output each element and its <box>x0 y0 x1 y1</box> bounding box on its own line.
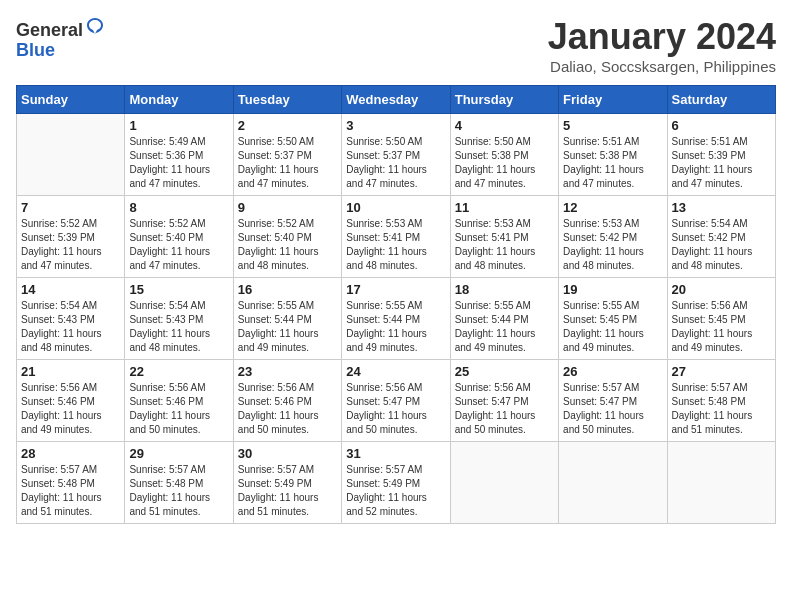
day-number: 14 <box>21 282 120 297</box>
calendar-cell: 23Sunrise: 5:56 AM Sunset: 5:46 PM Dayli… <box>233 360 341 442</box>
day-number: 12 <box>563 200 662 215</box>
day-info: Sunrise: 5:56 AM Sunset: 5:45 PM Dayligh… <box>672 299 771 355</box>
day-number: 11 <box>455 200 554 215</box>
calendar-cell: 13Sunrise: 5:54 AM Sunset: 5:42 PM Dayli… <box>667 196 775 278</box>
day-info: Sunrise: 5:57 AM Sunset: 5:49 PM Dayligh… <box>238 463 337 519</box>
day-info: Sunrise: 5:54 AM Sunset: 5:43 PM Dayligh… <box>21 299 120 355</box>
day-number: 10 <box>346 200 445 215</box>
day-info: Sunrise: 5:57 AM Sunset: 5:48 PM Dayligh… <box>21 463 120 519</box>
calendar-cell: 5Sunrise: 5:51 AM Sunset: 5:38 PM Daylig… <box>559 114 667 196</box>
calendar-week-row: 14Sunrise: 5:54 AM Sunset: 5:43 PM Dayli… <box>17 278 776 360</box>
day-info: Sunrise: 5:56 AM Sunset: 5:47 PM Dayligh… <box>346 381 445 437</box>
month-title: January 2024 <box>548 16 776 58</box>
calendar-cell: 24Sunrise: 5:56 AM Sunset: 5:47 PM Dayli… <box>342 360 450 442</box>
calendar-cell: 26Sunrise: 5:57 AM Sunset: 5:47 PM Dayli… <box>559 360 667 442</box>
day-number: 30 <box>238 446 337 461</box>
day-header-wednesday: Wednesday <box>342 86 450 114</box>
calendar-cell <box>17 114 125 196</box>
day-info: Sunrise: 5:53 AM Sunset: 5:41 PM Dayligh… <box>455 217 554 273</box>
day-info: Sunrise: 5:57 AM Sunset: 5:48 PM Dayligh… <box>129 463 228 519</box>
calendar-cell: 29Sunrise: 5:57 AM Sunset: 5:48 PM Dayli… <box>125 442 233 524</box>
calendar-cell: 17Sunrise: 5:55 AM Sunset: 5:44 PM Dayli… <box>342 278 450 360</box>
day-info: Sunrise: 5:56 AM Sunset: 5:46 PM Dayligh… <box>129 381 228 437</box>
calendar-cell <box>667 442 775 524</box>
calendar-week-row: 28Sunrise: 5:57 AM Sunset: 5:48 PM Dayli… <box>17 442 776 524</box>
page-header: General Blue January 2024 Daliao, Soccsk… <box>16 16 776 75</box>
day-info: Sunrise: 5:52 AM Sunset: 5:40 PM Dayligh… <box>238 217 337 273</box>
day-info: Sunrise: 5:51 AM Sunset: 5:39 PM Dayligh… <box>672 135 771 191</box>
calendar-table: SundayMondayTuesdayWednesdayThursdayFrid… <box>16 85 776 524</box>
day-info: Sunrise: 5:52 AM Sunset: 5:40 PM Dayligh… <box>129 217 228 273</box>
calendar-cell: 1Sunrise: 5:49 AM Sunset: 5:36 PM Daylig… <box>125 114 233 196</box>
day-info: Sunrise: 5:54 AM Sunset: 5:43 PM Dayligh… <box>129 299 228 355</box>
day-info: Sunrise: 5:50 AM Sunset: 5:38 PM Dayligh… <box>455 135 554 191</box>
day-number: 29 <box>129 446 228 461</box>
day-number: 27 <box>672 364 771 379</box>
day-number: 23 <box>238 364 337 379</box>
day-info: Sunrise: 5:55 AM Sunset: 5:45 PM Dayligh… <box>563 299 662 355</box>
calendar-cell: 8Sunrise: 5:52 AM Sunset: 5:40 PM Daylig… <box>125 196 233 278</box>
day-number: 19 <box>563 282 662 297</box>
calendar-cell: 11Sunrise: 5:53 AM Sunset: 5:41 PM Dayli… <box>450 196 558 278</box>
calendar-cell: 4Sunrise: 5:50 AM Sunset: 5:38 PM Daylig… <box>450 114 558 196</box>
day-number: 4 <box>455 118 554 133</box>
day-info: Sunrise: 5:50 AM Sunset: 5:37 PM Dayligh… <box>238 135 337 191</box>
day-number: 8 <box>129 200 228 215</box>
calendar-cell: 18Sunrise: 5:55 AM Sunset: 5:44 PM Dayli… <box>450 278 558 360</box>
day-number: 1 <box>129 118 228 133</box>
day-info: Sunrise: 5:56 AM Sunset: 5:46 PM Dayligh… <box>21 381 120 437</box>
calendar-cell: 14Sunrise: 5:54 AM Sunset: 5:43 PM Dayli… <box>17 278 125 360</box>
location-subtitle: Daliao, Soccsksargen, Philippines <box>548 58 776 75</box>
day-header-friday: Friday <box>559 86 667 114</box>
calendar-week-row: 7Sunrise: 5:52 AM Sunset: 5:39 PM Daylig… <box>17 196 776 278</box>
day-number: 5 <box>563 118 662 133</box>
day-header-monday: Monday <box>125 86 233 114</box>
day-info: Sunrise: 5:54 AM Sunset: 5:42 PM Dayligh… <box>672 217 771 273</box>
calendar-cell: 3Sunrise: 5:50 AM Sunset: 5:37 PM Daylig… <box>342 114 450 196</box>
day-number: 7 <box>21 200 120 215</box>
day-info: Sunrise: 5:53 AM Sunset: 5:41 PM Dayligh… <box>346 217 445 273</box>
calendar-cell: 30Sunrise: 5:57 AM Sunset: 5:49 PM Dayli… <box>233 442 341 524</box>
day-info: Sunrise: 5:57 AM Sunset: 5:49 PM Dayligh… <box>346 463 445 519</box>
calendar-cell: 28Sunrise: 5:57 AM Sunset: 5:48 PM Dayli… <box>17 442 125 524</box>
calendar-cell: 10Sunrise: 5:53 AM Sunset: 5:41 PM Dayli… <box>342 196 450 278</box>
day-number: 3 <box>346 118 445 133</box>
day-info: Sunrise: 5:51 AM Sunset: 5:38 PM Dayligh… <box>563 135 662 191</box>
day-number: 25 <box>455 364 554 379</box>
day-info: Sunrise: 5:56 AM Sunset: 5:46 PM Dayligh… <box>238 381 337 437</box>
calendar-cell: 12Sunrise: 5:53 AM Sunset: 5:42 PM Dayli… <box>559 196 667 278</box>
day-number: 20 <box>672 282 771 297</box>
day-info: Sunrise: 5:55 AM Sunset: 5:44 PM Dayligh… <box>455 299 554 355</box>
calendar-cell: 31Sunrise: 5:57 AM Sunset: 5:49 PM Dayli… <box>342 442 450 524</box>
calendar-cell: 16Sunrise: 5:55 AM Sunset: 5:44 PM Dayli… <box>233 278 341 360</box>
logo-general: General <box>16 20 83 40</box>
day-header-saturday: Saturday <box>667 86 775 114</box>
calendar-cell: 15Sunrise: 5:54 AM Sunset: 5:43 PM Dayli… <box>125 278 233 360</box>
logo: General Blue <box>16 16 105 59</box>
calendar-cell: 27Sunrise: 5:57 AM Sunset: 5:48 PM Dayli… <box>667 360 775 442</box>
calendar-cell: 2Sunrise: 5:50 AM Sunset: 5:37 PM Daylig… <box>233 114 341 196</box>
day-number: 22 <box>129 364 228 379</box>
calendar-cell: 19Sunrise: 5:55 AM Sunset: 5:45 PM Dayli… <box>559 278 667 360</box>
day-info: Sunrise: 5:57 AM Sunset: 5:48 PM Dayligh… <box>672 381 771 437</box>
day-number: 18 <box>455 282 554 297</box>
day-info: Sunrise: 5:57 AM Sunset: 5:47 PM Dayligh… <box>563 381 662 437</box>
day-info: Sunrise: 5:53 AM Sunset: 5:42 PM Dayligh… <box>563 217 662 273</box>
calendar-cell: 22Sunrise: 5:56 AM Sunset: 5:46 PM Dayli… <box>125 360 233 442</box>
day-header-thursday: Thursday <box>450 86 558 114</box>
calendar-week-row: 21Sunrise: 5:56 AM Sunset: 5:46 PM Dayli… <box>17 360 776 442</box>
calendar-cell: 20Sunrise: 5:56 AM Sunset: 5:45 PM Dayli… <box>667 278 775 360</box>
day-info: Sunrise: 5:50 AM Sunset: 5:37 PM Dayligh… <box>346 135 445 191</box>
calendar-cell <box>450 442 558 524</box>
day-number: 6 <box>672 118 771 133</box>
day-header-tuesday: Tuesday <box>233 86 341 114</box>
day-info: Sunrise: 5:55 AM Sunset: 5:44 PM Dayligh… <box>346 299 445 355</box>
day-number: 2 <box>238 118 337 133</box>
day-info: Sunrise: 5:52 AM Sunset: 5:39 PM Dayligh… <box>21 217 120 273</box>
logo-blue: Blue <box>16 41 105 59</box>
day-number: 13 <box>672 200 771 215</box>
day-info: Sunrise: 5:49 AM Sunset: 5:36 PM Dayligh… <box>129 135 228 191</box>
day-number: 28 <box>21 446 120 461</box>
logo-bird-icon <box>85 16 105 36</box>
day-info: Sunrise: 5:56 AM Sunset: 5:47 PM Dayligh… <box>455 381 554 437</box>
